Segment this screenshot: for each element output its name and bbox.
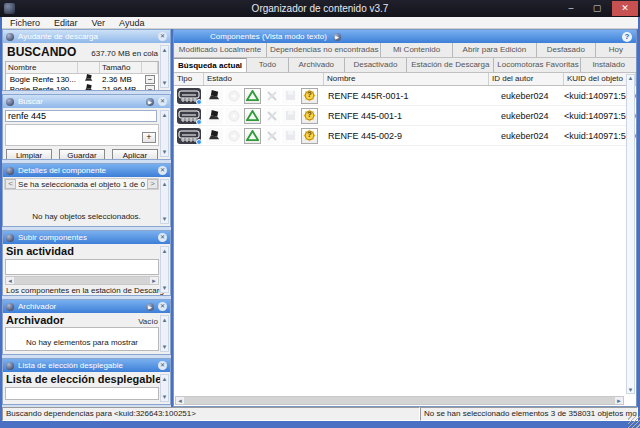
upload-triangle-icon [244, 128, 261, 144]
scroll-right-icon[interactable]: ► [151, 278, 157, 284]
tab-mi-contenido[interactable]: Mi Contenido [381, 43, 452, 57]
tab-archivado[interactable]: Archivado [289, 58, 345, 72]
download-helper-header[interactable]: Ayudante de descarga ✕ [3, 30, 170, 43]
tab-locomotoras-favoritas[interactable]: Locomotoras Favoritas [494, 58, 581, 72]
table-row[interactable]: ? RENFE 445-001-1 eukeber024 <kuid:14097… [174, 106, 636, 126]
scrollbar-vertical[interactable]: ▲ ▼ [160, 45, 169, 88]
scroll-thumb[interactable] [184, 397, 615, 404]
window-title: Organizador de contenido v3.7 [0, 3, 640, 14]
menu-view[interactable]: Ver [92, 18, 106, 28]
close-button[interactable]: ✕ [612, 1, 638, 16]
search-input[interactable] [5, 110, 157, 122]
tab-dependencias-no-encontradas[interactable]: Dependencias no encontradas [267, 43, 381, 57]
details-header[interactable]: Detalles del componente ✕ [3, 164, 170, 177]
tab-desactivado[interactable]: Desactivado [345, 58, 408, 72]
scroll-thumb[interactable] [14, 277, 150, 284]
scroll-up-icon[interactable]: ▲ [162, 111, 168, 119]
scrollbar-vertical[interactable]: ▲ ▼ [160, 110, 169, 157]
table-row[interactable]: ? RENFE 445R-001-1 eukeber024 <kuid:1409… [174, 86, 636, 106]
col-size[interactable]: Tamaño [100, 62, 142, 73]
installed-laptop-icon [206, 128, 223, 144]
close-icon[interactable]: ✕ [158, 97, 167, 106]
scrollbar-horizontal[interactable]: ◄ ► [175, 396, 624, 405]
tab-modificado-localmente[interactable]: Modificado Localmente [174, 43, 267, 57]
unknown-gear-icon: ? [301, 128, 318, 144]
scrollbar-vertical[interactable]: ▲ ▼ [160, 315, 169, 352]
scroll-up-icon[interactable]: ▲ [162, 180, 168, 188]
scroll-left-icon[interactable]: ◄ [177, 398, 183, 404]
scroll-down-icon[interactable]: ▼ [162, 393, 168, 401]
scroll-left-icon[interactable]: ◄ [7, 278, 13, 284]
panel-picklist: Lista de elección desplegable ✕ Lista de… [2, 358, 171, 405]
remove-download-button[interactable]: − [145, 85, 155, 92]
scroll-up-icon[interactable]: ▲ [162, 316, 168, 324]
close-icon[interactable]: ✕ [158, 233, 167, 242]
tab-estacion-de-descarga[interactable]: Estación de Descarga [407, 58, 494, 72]
local-marker-icon [196, 119, 202, 125]
scrollbar-vertical[interactable]: ▲ ▼ [160, 246, 169, 293]
col-name[interactable]: Nombre [6, 62, 78, 73]
menu-file[interactable]: Fichero [10, 18, 40, 28]
download-item-name: Bogie Renfe 190... [6, 85, 78, 92]
tab-hoy[interactable]: Hoy [596, 43, 636, 57]
play-icon[interactable]: ▶ [333, 33, 341, 41]
scrollbar-vertical[interactable]: ▲ ▼ [626, 74, 635, 394]
clear-button[interactable]: Limpiar [6, 149, 52, 160]
play-icon[interactable]: ▶ [146, 303, 154, 311]
scroll-down-icon[interactable]: ▼ [162, 215, 168, 223]
scroll-down-icon[interactable]: ▼ [162, 148, 168, 156]
col-estado[interactable]: Estado [204, 73, 324, 85]
download-row[interactable]: Bogie Renfe 190... 21.96 MB − [6, 84, 158, 91]
save-button[interactable]: Guardar [59, 149, 105, 160]
tab-desfasado[interactable]: Desfasado [537, 43, 596, 57]
tab-instalado[interactable]: Instalado [581, 58, 636, 72]
scrollbar-vertical[interactable]: ▲ ▼ [160, 374, 169, 402]
minimize-button[interactable]: – [558, 1, 584, 16]
scroll-up-icon[interactable]: ▲ [628, 75, 634, 81]
close-icon[interactable]: ✕ [158, 166, 167, 175]
scrollbar-horizontal[interactable]: ◄ ► [5, 276, 159, 285]
col-id-autor[interactable]: ID del autor [489, 73, 564, 85]
download-status: BUSCANDO [7, 45, 91, 59]
tab-busqueda-actual[interactable]: Búsqueda actual [174, 58, 247, 72]
search-header[interactable]: Buscar ▶ ✕ [3, 95, 170, 108]
menu-edit[interactable]: Editar [54, 18, 78, 28]
scroll-up-icon[interactable]: ▲ [162, 46, 168, 54]
play-icon[interactable]: ▶ [146, 98, 154, 106]
apply-button[interactable]: Aplicar [112, 149, 158, 160]
picklist-header[interactable]: Lista de elección desplegable ✕ [3, 359, 170, 372]
panel-status-icon [6, 167, 14, 175]
scroll-up-icon[interactable]: ▲ [162, 375, 168, 383]
maximize-button[interactable]: ▢ [584, 1, 610, 16]
close-icon[interactable]: ✕ [158, 302, 167, 311]
download-row[interactable]: Bogie Renfe 130... 2.36 MB − [6, 74, 158, 84]
scroll-down-icon[interactable]: ▼ [162, 284, 168, 292]
help-icon[interactable]: ? [622, 32, 632, 42]
window-controls: – ▢ ✕ [558, 1, 638, 16]
scroll-down-icon[interactable]: ▼ [628, 387, 634, 393]
scroll-down-icon[interactable]: ▼ [162, 79, 168, 87]
close-icon[interactable]: ✕ [158, 361, 167, 370]
table-row[interactable]: ? RENFE 445-002-9 eukeber024 <kuid:14097… [174, 126, 636, 146]
main-panel-header[interactable]: Componentes (Vista modo texto) ▶ ? [174, 30, 636, 43]
tab-todo[interactable]: Todo [247, 58, 289, 72]
menu-help[interactable]: Ayuda [119, 18, 144, 28]
scroll-right-icon[interactable]: ► [616, 398, 622, 404]
remove-download-button[interactable]: − [145, 75, 155, 84]
next-object-button[interactable]: > [147, 179, 158, 189]
panel-title: Lista de elección desplegable [18, 361, 154, 370]
close-icon[interactable]: ✕ [158, 32, 167, 41]
scroll-up-icon[interactable]: ▲ [162, 247, 168, 255]
prev-object-button[interactable]: < [5, 179, 16, 189]
resize-grip[interactable] [628, 416, 640, 428]
col-nombre[interactable]: Nombre [324, 73, 489, 85]
scrollbar-vertical[interactable]: ▲ ▼ [160, 179, 169, 224]
scroll-down-icon[interactable]: ▼ [162, 343, 168, 351]
unknown-gear-icon: ? [301, 108, 318, 124]
archiver-header[interactable]: Archivador ▶ ✕ [3, 300, 170, 313]
download-item-size: 2.36 MB [100, 75, 142, 84]
tab-abrir-para-edicion[interactable]: Abrir para Edición [453, 43, 537, 57]
col-tipo[interactable]: Tipo [174, 73, 204, 85]
add-filter-button[interactable]: + [142, 132, 156, 143]
upload-header[interactable]: Subir componentes ✕ [3, 231, 170, 244]
